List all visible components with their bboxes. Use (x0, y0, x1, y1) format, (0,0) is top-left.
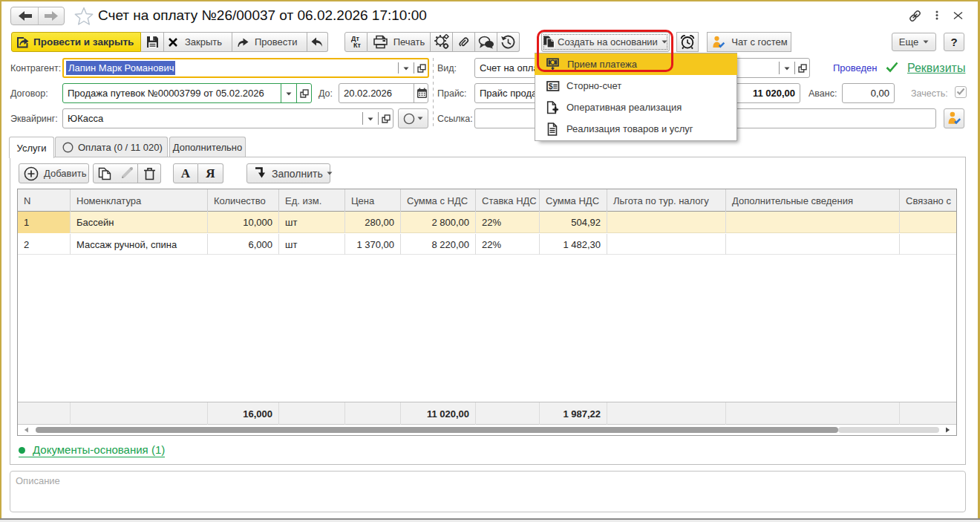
svg-text:$: $ (549, 82, 553, 91)
